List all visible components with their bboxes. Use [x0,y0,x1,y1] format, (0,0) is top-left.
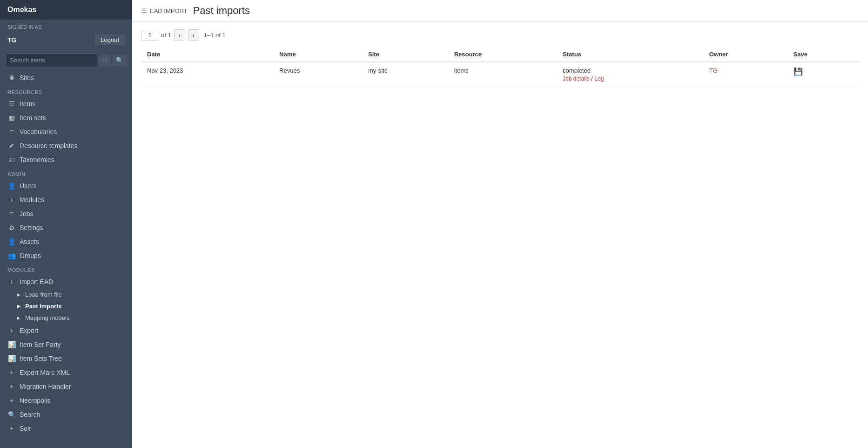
sidebar-item-modules[interactable]: + Modules [0,193,132,207]
sidebar-item-resource-templates[interactable]: ✔ Resource templates [0,139,132,153]
search-bar: ··· 🔍 [6,54,127,67]
taxonomies-icon: 🏷 [7,156,16,163]
sidebar-import-ead-label: Import EAD [20,278,53,285]
sidebar-item-necropolis[interactable]: + Necropolis [0,394,132,407]
necropolis-icon: + [7,397,16,404]
col-resource: Resource [449,47,557,62]
arrow-icon-past: ▶ [17,304,20,309]
app-name: Omekas [7,6,36,14]
sidebar-settings-label: Settings [20,224,43,231]
migration-handler-icon: + [7,383,16,390]
save-button[interactable]: 💾 [794,68,803,75]
sites-icon: 🖥 [7,74,16,81]
cell-owner: TG [704,62,788,87]
owner-link[interactable]: TG [709,67,718,74]
status-text: completed [563,67,591,74]
sidebar-taxonomies-label: Taxonomies [20,156,54,163]
cell-status: completed Job details / Log [557,62,704,87]
sidebar-vocabularies-label: Vocabularies [20,128,57,136]
col-owner: Owner [704,47,788,62]
modules-icon: + [7,196,16,204]
sidebar-export-marc-xml-label: Export Marc XML [20,369,70,376]
prev-page-button[interactable]: ‹ [174,29,185,41]
sidebar-item-export[interactable]: + Export [0,324,132,338]
sidebar-sites-label: Sites [20,74,34,81]
sidebar-item-vocabularies[interactable]: ≡ Vocabularies [0,125,132,139]
table-body: Nov 23, 2023 Revues my-site items comple… [141,62,859,87]
content-area: 1 of 1 ‹ › 1–1 of 1 Date Name Site Resou… [132,22,868,448]
sidebar-item-item-set-party[interactable]: 📊 Item Set Party [0,338,132,352]
sidebar-items-label: Items [20,100,35,108]
job-details-link[interactable]: Job details [563,75,589,82]
sidebar-export-label: Export [20,327,38,334]
sidebar-item-set-party-label: Item Set Party [20,341,61,348]
job-links: Job details / Log [563,75,698,82]
sidebar-item-assets[interactable]: 👤 Assets [0,235,132,249]
sidebar-necropolis-label: Necropolis [20,397,50,404]
sidebar-item-migration-handler[interactable]: + Migration Handler [0,380,132,394]
breadcrumb: ☰ EAD IMPORT [141,7,188,14]
sidebar-item-item-sets[interactable]: ▦ Item sets [0,111,132,125]
solr-icon: + [7,425,16,432]
arrow-icon-mapping: ▶ [17,315,20,320]
sidebar-item-items[interactable]: ☰ Items [0,97,132,111]
col-status: Status [557,47,704,62]
groups-icon: 👥 [7,252,16,259]
export-marc-xml-icon: + [7,369,16,376]
sidebar-item-solr[interactable]: + Solr [0,421,132,435]
logout-button[interactable]: Logout [95,34,125,45]
sidebar-groups-label: Groups [20,252,41,259]
username-label: TG [7,36,16,44]
search-nav-icon: 🔍 [7,411,16,418]
col-save: Save [788,47,859,62]
sidebar-assets-label: Assets [20,238,39,245]
admin-section-label: ADMIN [0,167,132,179]
sidebar-item-sites[interactable]: 🖥 Sites [0,71,132,85]
sidebar-item-jobs[interactable]: ≡ Jobs [0,207,132,221]
col-site: Site [363,47,449,62]
import-ead-icon: + [7,278,16,285]
sidebar-item-sets-tree-label: Item Sets Tree [20,355,62,362]
search-input[interactable] [6,54,97,67]
search-more-button[interactable]: ··· [99,54,111,66]
imports-table: Date Name Site Resource Status Owner Sav… [141,47,859,87]
page-number-input[interactable]: 1 [141,30,158,41]
sidebar-resource-templates-label: Resource templates [20,142,78,149]
modules-section-label: MODULES [0,263,132,275]
topbar: ☰ EAD IMPORT Past imports [132,0,868,22]
items-icon: ☰ [7,100,16,108]
sidebar-item-sets-label: Item sets [20,114,46,122]
main-content: ☰ EAD IMPORT Past imports 1 of 1 ‹ › 1–1… [132,0,868,448]
mapping-models-label: Mapping models [25,314,69,321]
vocabularies-icon: ≡ [7,128,16,136]
sidebar-item-users[interactable]: 👤 Users [0,179,132,193]
item-sets-tree-icon: 📊 [7,355,16,362]
settings-icon: ⚙ [7,224,16,231]
jobs-icon: ≡ [7,210,16,217]
sidebar-sub-load-from-file[interactable]: ▶ Load from file [0,289,132,300]
sidebar-item-groups[interactable]: 👥 Groups [0,249,132,263]
signed-in-label: SIGNED IN AS [0,20,132,33]
cell-date: Nov 23, 2023 [141,62,274,87]
sidebar-users-label: Users [20,182,37,190]
item-sets-icon: ▦ [7,114,16,122]
sidebar-jobs-label: Jobs [20,210,34,217]
cell-save: 💾 [788,62,859,87]
next-page-button[interactable]: › [188,29,199,41]
sidebar-item-taxonomies[interactable]: 🏷 Taxonomies [0,153,132,167]
sidebar-item-settings[interactable]: ⚙ Settings [0,221,132,235]
sidebar-item-item-sets-tree[interactable]: 📊 Item Sets Tree [0,352,132,366]
log-link[interactable]: Log [594,75,604,82]
sidebar-sub-mapping-models[interactable]: ▶ Mapping models [0,312,132,324]
item-set-party-icon: 📊 [7,341,16,348]
sidebar-item-search[interactable]: 🔍 Search [0,407,132,421]
sidebar-item-import-ead[interactable]: + Import EAD [0,275,132,289]
table-header-row: Date Name Site Resource Status Owner Sav… [141,47,859,62]
past-imports-label: Past imports [25,303,62,310]
search-submit-button[interactable]: 🔍 [113,54,127,66]
sidebar-sub-past-imports[interactable]: ▶ Past imports [0,300,132,312]
breadcrumb-label: EAD IMPORT [150,7,188,14]
resource-templates-icon: ✔ [7,142,16,149]
sidebar-item-export-marc-xml[interactable]: + Export Marc XML [0,366,132,380]
sidebar-modules-label: Modules [20,196,44,204]
